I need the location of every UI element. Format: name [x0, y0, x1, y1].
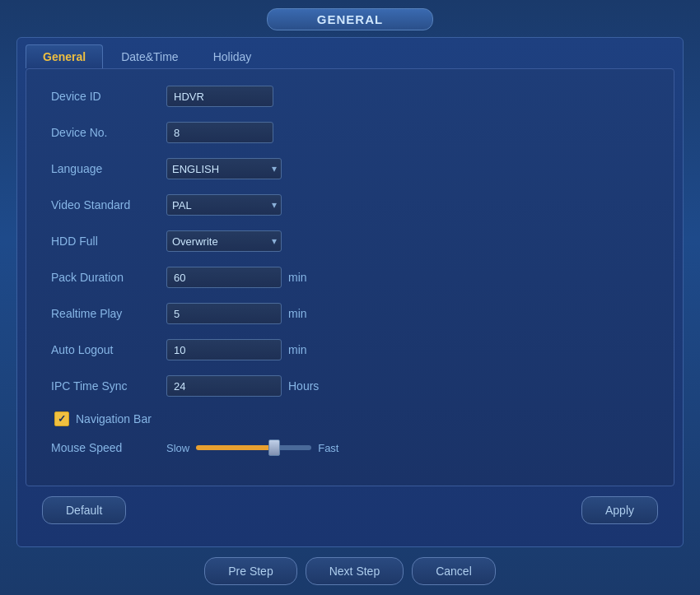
realtime-play-unit: min	[288, 307, 307, 320]
device-no-row: Device No.	[51, 122, 649, 143]
device-no-label: Device No.	[51, 126, 166, 139]
mouse-speed-slider[interactable]	[196, 445, 311, 450]
navigation-bar-checkbox[interactable]	[54, 411, 69, 426]
pack-duration-row: Pack Duration min	[51, 267, 649, 288]
language-row: Language ENGLISH CHINESE FRENCH GERMAN S…	[51, 158, 649, 179]
default-button[interactable]: Default	[42, 496, 126, 524]
pack-duration-input[interactable]	[166, 267, 282, 288]
hdd-full-label: HDD Full	[51, 235, 166, 248]
language-select[interactable]: ENGLISH CHINESE FRENCH GERMAN SPANISH	[166, 158, 282, 179]
video-standard-select-wrapper: PAL NTSC	[166, 194, 282, 216]
navigation-bar-row: Navigation Bar	[51, 411, 649, 426]
mouse-speed-slow-label: Slow	[166, 442, 189, 454]
hdd-full-select-wrapper: Overwrite Stop Record	[166, 230, 282, 252]
hdd-full-select[interactable]: Overwrite Stop Record	[166, 230, 282, 252]
footer: Pre Step Next Step Cancel	[0, 547, 700, 595]
ipc-time-sync-row: IPC Time Sync Hours	[51, 375, 649, 397]
realtime-play-input[interactable]	[166, 303, 282, 324]
ipc-time-sync-input[interactable]	[166, 375, 282, 397]
language-label: Language	[51, 162, 166, 175]
tab-datetime[interactable]: Date&Time	[105, 45, 195, 68]
hdd-full-row: HDD Full Overwrite Stop Record	[51, 230, 649, 252]
realtime-play-row: Realtime Play min	[51, 303, 649, 324]
mouse-speed-row: Mouse Speed Slow Fast	[51, 441, 649, 454]
device-id-input[interactable]	[166, 86, 273, 107]
tabs-container: General Date&Time Holiday	[17, 38, 683, 68]
auto-logout-label: Auto Logout	[51, 343, 166, 356]
device-no-input[interactable]	[166, 122, 273, 143]
mouse-speed-fast-label: Fast	[318, 442, 338, 454]
main-area: General Date&Time Holiday Device ID Devi…	[16, 37, 684, 547]
form-area: Device ID Device No. Language ENGLISH CH…	[26, 68, 674, 486]
apply-button[interactable]: Apply	[581, 496, 658, 524]
video-standard-label: Video Standard	[51, 198, 166, 212]
auto-logout-row: Auto Logout min	[51, 339, 649, 360]
navigation-bar-label: Navigation Bar	[76, 412, 152, 425]
cancel-button[interactable]: Cancel	[412, 557, 496, 585]
pre-step-button[interactable]: Pre Step	[204, 557, 296, 585]
ipc-time-sync-label: IPC Time Sync	[51, 379, 166, 393]
tab-general[interactable]: General	[26, 44, 103, 68]
video-standard-select[interactable]: PAL NTSC	[166, 194, 282, 216]
language-select-wrapper: ENGLISH CHINESE FRENCH GERMAN SPANISH	[166, 158, 282, 179]
auto-logout-unit: min	[288, 343, 307, 356]
pack-duration-unit: min	[288, 271, 307, 284]
device-id-row: Device ID	[51, 86, 649, 107]
next-step-button[interactable]: Next Step	[306, 557, 404, 585]
mouse-speed-label: Mouse Speed	[51, 441, 166, 454]
ipc-time-sync-unit: Hours	[288, 379, 319, 393]
page-title: GENERAL	[267, 8, 433, 30]
bottom-buttons: Default Apply	[17, 486, 683, 534]
tab-holiday[interactable]: Holiday	[197, 45, 268, 68]
title-bar: GENERAL	[0, 0, 700, 37]
pack-duration-label: Pack Duration	[51, 271, 166, 284]
realtime-play-label: Realtime Play	[51, 307, 166, 320]
auto-logout-input[interactable]	[166, 339, 282, 360]
device-id-label: Device ID	[51, 90, 166, 103]
video-standard-row: Video Standard PAL NTSC	[51, 194, 649, 216]
